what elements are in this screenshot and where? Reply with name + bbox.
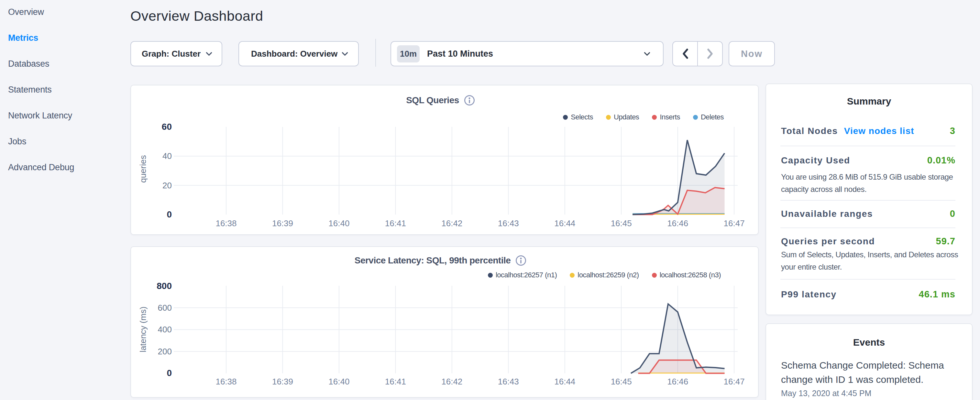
svg-text:40: 40 <box>162 151 172 161</box>
svg-text:16:38: 16:38 <box>215 218 237 228</box>
svg-text:16:44: 16:44 <box>554 377 575 386</box>
svg-text:16:45: 16:45 <box>611 218 632 228</box>
svg-text:16:42: 16:42 <box>441 218 462 228</box>
svg-text:16:43: 16:43 <box>498 218 519 228</box>
svg-text:16:40: 16:40 <box>328 377 349 386</box>
svg-text:16:41: 16:41 <box>385 218 406 228</box>
svg-text:16:45: 16:45 <box>611 377 632 386</box>
svg-text:200: 200 <box>158 347 172 356</box>
svg-text:16:43: 16:43 <box>498 377 519 386</box>
svg-text:0: 0 <box>167 209 172 220</box>
svg-text:800: 800 <box>157 281 172 291</box>
svg-text:60: 60 <box>162 122 172 132</box>
svg-text:20: 20 <box>162 180 172 190</box>
svg-text:16:39: 16:39 <box>272 218 293 228</box>
svg-text:16:41: 16:41 <box>385 377 406 386</box>
svg-text:600: 600 <box>158 303 172 312</box>
svg-text:16:47: 16:47 <box>724 377 745 386</box>
svg-text:0: 0 <box>167 368 172 378</box>
svg-text:16:38: 16:38 <box>215 377 237 386</box>
svg-text:16:42: 16:42 <box>441 377 462 386</box>
svg-text:16:47: 16:47 <box>724 218 745 228</box>
svg-text:16:46: 16:46 <box>667 377 688 386</box>
svg-text:16:39: 16:39 <box>272 377 293 386</box>
svg-text:queries: queries <box>138 155 148 183</box>
svg-text:latency (ms): latency (ms) <box>138 306 148 352</box>
svg-text:16:40: 16:40 <box>328 218 349 228</box>
svg-text:16:46: 16:46 <box>667 218 688 228</box>
svg-text:400: 400 <box>158 325 172 334</box>
svg-text:16:44: 16:44 <box>554 218 575 228</box>
